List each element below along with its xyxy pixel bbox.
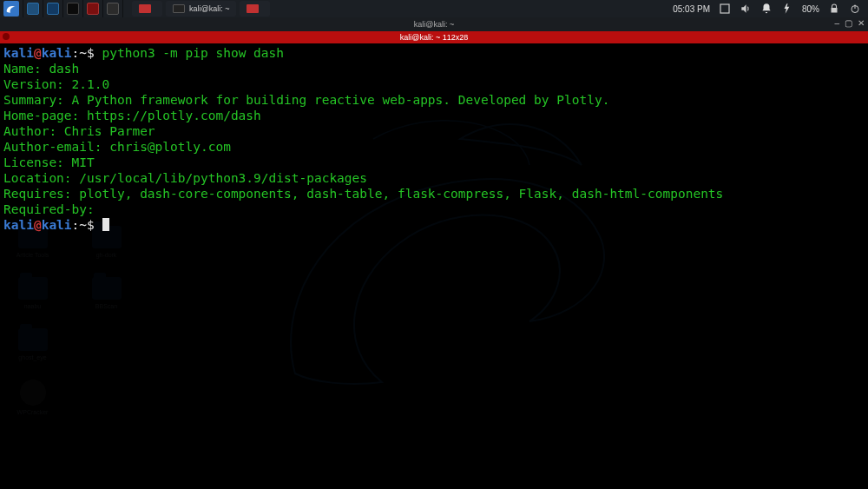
tab-indicator-icon: [3, 33, 10, 40]
output-line: Location: /usr/local/lib/python3.9/dist-…: [3, 171, 367, 185]
taskbar: kali@kali: ~: [132, 1, 270, 17]
workspace-switcher-icon[interactable]: [719, 3, 731, 15]
launcher-button[interactable]: [23, 0, 43, 17]
terminal-tabbar[interactable]: kali@kali: ~ 112x28: [0, 31, 868, 43]
app-icon: [87, 3, 99, 15]
launcher-button[interactable]: [83, 0, 103, 17]
folder-icon: [47, 3, 59, 15]
window-titlebar[interactable]: kali@kali: ~ – ▢ ✕: [0, 17, 868, 31]
output-line: Author-email: chris@plotly.com: [3, 140, 231, 154]
app-menu-button[interactable]: [0, 0, 23, 17]
prompt-user: kali: [3, 46, 34, 60]
system-panel: kali@kali: ~ 05:03 PM 80%: [0, 0, 868, 17]
output-line: License: MIT: [3, 155, 95, 169]
lock-icon[interactable]: [828, 3, 840, 15]
prompt-user: kali: [3, 218, 34, 232]
taskbar-item[interactable]: [132, 1, 162, 17]
prompt-path: :~: [72, 46, 87, 60]
command-text: python3 -m pip show dash: [102, 46, 285, 60]
output-line: Summary: A Python framework for building…: [3, 93, 609, 107]
window-thumb-icon: [139, 4, 151, 13]
app-icon: [27, 3, 39, 15]
terminal-icon: [67, 3, 79, 15]
prompt-symbol: $: [87, 46, 95, 60]
output-line: Version: 2.1.0: [3, 77, 109, 91]
window-thumb-icon: [247, 4, 259, 13]
kali-logo-icon: [3, 1, 19, 17]
power-icon[interactable]: [849, 3, 861, 15]
output-line: Home-page: https://plotly.com/dash: [3, 109, 261, 122]
prompt-path: :~: [72, 218, 87, 232]
terminal-window: kali@kali: ~ – ▢ ✕ kali@kali: ~ 112x28 k…: [0, 17, 868, 489]
output-line: Author: Chris Parmer: [3, 124, 155, 138]
taskbar-item[interactable]: [240, 1, 270, 17]
taskbar-label: kali@kali: ~: [189, 4, 229, 13]
minimize-button[interactable]: –: [834, 18, 839, 28]
launcher-button[interactable]: [103, 0, 123, 17]
volume-icon[interactable]: [740, 3, 752, 15]
terminal-body[interactable]: kali@kali:~$ python3 -m pip show dash Na…: [0, 43, 868, 489]
svg-rect-0: [720, 4, 729, 13]
close-button[interactable]: ✕: [858, 18, 865, 28]
prompt-symbol: $: [87, 218, 95, 232]
launcher-button[interactable]: [43, 0, 63, 17]
output-line: Required-by:: [3, 202, 102, 216]
prompt-at: @: [34, 46, 42, 60]
prompt-host: kali: [42, 218, 72, 232]
notifications-icon[interactable]: [760, 3, 773, 15]
prompt-at: @: [34, 218, 42, 232]
output-line: Name: dash: [3, 62, 79, 76]
launcher-button[interactable]: [63, 0, 83, 17]
app-icon: [107, 3, 119, 15]
maximize-button[interactable]: ▢: [845, 18, 852, 28]
prompt-host: kali: [42, 46, 72, 60]
terminal-tab-label: kali@kali: ~ 112x28: [400, 33, 468, 42]
battery-icon[interactable]: [781, 3, 793, 15]
taskbar-item[interactable]: kali@kali: ~: [166, 1, 236, 17]
window-thumb-icon: [173, 4, 185, 13]
window-title: kali@kali: ~: [414, 20, 454, 29]
clock[interactable]: 05:03 PM: [673, 4, 710, 14]
output-line: Requires: plotly, dash-core-components, …: [3, 187, 723, 201]
battery-percent: 80%: [802, 4, 819, 14]
cursor: [102, 218, 109, 231]
